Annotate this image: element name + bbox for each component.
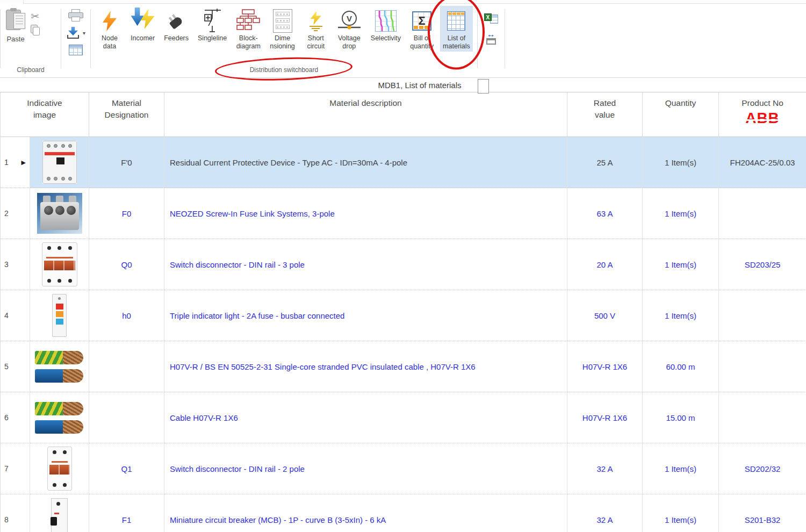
material-designation[interactable]: F'0: [89, 137, 164, 188]
row-number: 1: [4, 158, 9, 167]
material-description[interactable]: Switch disconnector - DIN rail - 2 pole: [164, 443, 567, 494]
header-material-designation: Material Designation: [89, 92, 164, 136]
material-designation[interactable]: Q1: [89, 443, 164, 494]
table-row[interactable]: 3 Q0 Switch disconnector - DIN rail - 3 …: [1, 239, 806, 290]
material-description[interactable]: NEOZED Screw-In Fuse Link Systems, 3-pol…: [164, 188, 567, 239]
list-of-materials-button[interactable]: List of materials: [440, 6, 473, 52]
paste-button[interactable]: Paste: [6, 8, 25, 43]
incomer-arrow-lightning-icon: [131, 8, 155, 34]
material-description[interactable]: Residual Current Protective Device - Typ…: [164, 137, 567, 188]
dimensioning-button[interactable]: Dime nsioning: [267, 6, 298, 52]
node-data-button[interactable]: Node data: [95, 6, 124, 52]
product-no[interactable]: SD203/25: [719, 239, 806, 290]
product-no[interactable]: SD202/32: [719, 443, 806, 494]
clipboard-group: Paste ✂ Clipboard: [1, 4, 61, 76]
rated-value[interactable]: 25 A: [567, 137, 643, 188]
cut-icon[interactable]: ✂: [31, 11, 40, 22]
short-circuit-button[interactable]: Short circuit: [301, 6, 330, 52]
quantity[interactable]: 1 Item(s): [643, 443, 719, 494]
incomer-button[interactable]: Incomer: [128, 6, 157, 52]
row-number-cell[interactable]: 7: [1, 443, 30, 494]
material-designation[interactable]: [89, 392, 164, 443]
rated-value[interactable]: 32 A: [567, 443, 643, 494]
row-number: 7: [4, 464, 9, 473]
bill-of-quantity-button[interactable]: Σ Bill of quantity: [407, 6, 436, 52]
voltage-drop-button[interactable]: V Voltage drop: [334, 6, 364, 52]
row-number-cell[interactable]: 2: [1, 188, 30, 239]
column-width-icon[interactable]: ↔: [484, 33, 498, 47]
material-description[interactable]: Triple indicator light - 2A fuse - busba…: [164, 290, 567, 341]
selectivity-curves-icon: [375, 8, 397, 34]
material-designation[interactable]: Q0: [89, 239, 164, 290]
table-row[interactable]: 4 h0 Triple indicator light - 2A fuse - …: [1, 290, 806, 341]
product-no[interactable]: S201-B32: [719, 494, 806, 532]
product-no[interactable]: [719, 290, 806, 341]
header-product-no: Product No ABB: [719, 92, 806, 136]
title-checkbox[interactable]: [478, 79, 489, 94]
rated-value[interactable]: 63 A: [567, 188, 643, 239]
report-title-bar: MDB1, List of materials: [0, 78, 806, 92]
feeders-plug-icon: [167, 8, 185, 34]
material-description[interactable]: H07V-R / BS EN 50525-2-31 Single-core st…: [164, 341, 567, 392]
row-number-cell[interactable]: 1 ▶: [1, 137, 30, 188]
table-row[interactable]: 7 Q1 Switch disconnector - DIN rail - 2 …: [1, 443, 806, 494]
quantity[interactable]: 1 Item(s): [643, 239, 719, 290]
row-number-cell[interactable]: 3: [1, 239, 30, 290]
indicative-image-indicator-light: [52, 294, 67, 337]
current-row-arrow-icon: ▶: [21, 159, 26, 166]
table-row[interactable]: 5 H07V-R / BS EN 50525-2-31 Single-core …: [1, 341, 806, 392]
quantity[interactable]: 1 Item(s): [643, 137, 719, 188]
material-description[interactable]: Cable H07V-R 1X6: [164, 392, 567, 443]
paste-label: Paste: [6, 35, 24, 43]
singleline-button[interactable]: Singleline: [195, 6, 229, 52]
material-description[interactable]: Miniature circuit breaker (MCB) - 1P - c…: [164, 494, 567, 532]
material-designation[interactable]: F1: [89, 494, 164, 532]
quantity[interactable]: 1 Item(s): [643, 188, 719, 239]
material-designation[interactable]: h0: [89, 290, 164, 341]
material-description[interactable]: Switch disconnector - DIN rail - 3 pole: [164, 239, 567, 290]
clipboard-group-label: Clipboard: [1, 66, 61, 74]
export-icon[interactable]: ▾: [66, 27, 85, 40]
indicative-image-cell: [30, 137, 89, 188]
row-number-cell[interactable]: 6: [1, 392, 30, 443]
feeders-button[interactable]: Feeders: [161, 6, 191, 52]
quantity[interactable]: 60.00 m: [643, 341, 719, 392]
row-number-cell[interactable]: 4: [1, 290, 30, 341]
product-no[interactable]: FH204AC-25/0.03: [719, 137, 806, 188]
material-designation[interactable]: F0: [89, 188, 164, 239]
rated-value[interactable]: 20 A: [567, 239, 643, 290]
block-diagram-button[interactable]: Block- diagram: [233, 6, 263, 52]
selectivity-button[interactable]: Selectivity: [368, 6, 404, 52]
product-no[interactable]: [719, 392, 806, 443]
quantity[interactable]: 1 Item(s): [643, 290, 719, 341]
product-no[interactable]: [719, 341, 806, 392]
short-circuit-lightning-icon: [310, 8, 322, 34]
rated-value[interactable]: 500 V: [567, 290, 643, 341]
row-number-cell[interactable]: 5: [1, 341, 30, 392]
quantity[interactable]: 1 Item(s): [643, 494, 719, 532]
print-icon[interactable]: [68, 9, 83, 22]
product-no[interactable]: [719, 188, 806, 239]
rated-value[interactable]: H07V-R 1X6: [567, 392, 643, 443]
table-row[interactable]: 8 F1 Miniature circuit breaker (MCB) - 1…: [1, 494, 806, 532]
ribbon: Paste ✂ Clipboard ▾: [0, 4, 806, 78]
indicative-image-cell: [30, 188, 89, 239]
row-number-cell[interactable]: 8: [1, 494, 30, 532]
paste-clipboard-icon: [6, 8, 25, 32]
print-export-group: ▾: [61, 4, 90, 76]
excel-export-icon[interactable]: X: [484, 13, 498, 24]
table-view-icon[interactable]: [69, 45, 83, 55]
svg-text:V: V: [347, 14, 352, 23]
copy-icon[interactable]: [31, 25, 40, 35]
header-material-description: Material description: [164, 92, 567, 136]
rated-value[interactable]: H07V-R 1X6: [567, 341, 643, 392]
table-header: Indicative image Material Designation Ma…: [1, 92, 806, 137]
rated-value[interactable]: 32 A: [567, 494, 643, 532]
export-dropdown-icon[interactable]: ▾: [83, 30, 85, 36]
material-designation[interactable]: [89, 341, 164, 392]
indicative-image-fuse-block: [37, 193, 82, 234]
table-row[interactable]: 1 ▶ F'0 Residual Current Protective Devi…: [1, 137, 806, 188]
table-row[interactable]: 2 F0 NEOZED Screw-In Fuse Link Systems, …: [1, 188, 806, 239]
table-row[interactable]: 6 Cable H07V-R 1X6 H07V-R 1X6 15.00 m: [1, 392, 806, 443]
quantity[interactable]: 15.00 m: [643, 392, 719, 443]
